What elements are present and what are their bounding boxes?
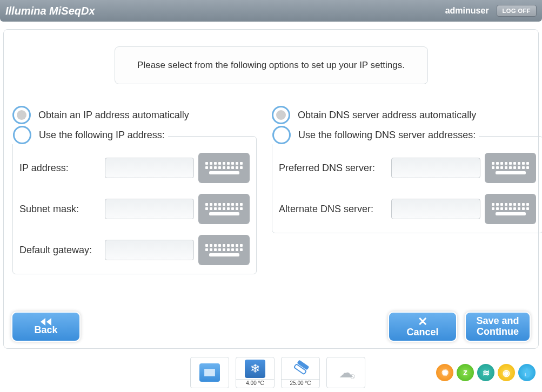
ip-column: Obtain an IP address automatically Use t…	[12, 106, 257, 274]
alternate-dns-input[interactable]	[391, 199, 480, 219]
current-user: adminuser	[445, 6, 489, 16]
keyboard-button-ip[interactable]	[198, 153, 250, 183]
ip-auto-radio[interactable]	[12, 106, 31, 124]
keyboard-icon	[205, 244, 243, 256]
app-title: Illumina MiSeqDx	[5, 5, 445, 17]
back-button-label: Back	[34, 325, 57, 336]
dns-manual-fieldset: Use the following DNS server addresses: …	[272, 136, 542, 233]
status-tile-cloud[interactable]: ☁⦸	[326, 357, 365, 388]
default-gateway-input[interactable]	[105, 240, 194, 260]
dns-auto-label: Obtain DNS server address automatically	[298, 110, 476, 121]
status-tile-chiller[interactable]: ❄ 4.00 °C	[236, 357, 275, 388]
ip-address-label: IP address:	[19, 163, 101, 174]
dns-auto-radio[interactable]	[272, 106, 290, 124]
status-tile-flowcell[interactable]: 25.00 °C	[281, 357, 320, 388]
keyboard-button-gateway[interactable]	[198, 235, 250, 265]
save-continue-button[interactable]: Save and Continue	[465, 312, 531, 342]
snowflake-icon: ❄	[250, 362, 260, 376]
logoff-button[interactable]: LOG OFF	[497, 5, 537, 17]
subnet-mask-input[interactable]	[105, 199, 194, 219]
keyboard-icon	[205, 203, 243, 215]
dns-column: Obtain DNS server address automatically …	[272, 106, 542, 274]
ip-auto-label: Obtain an IP address automatically	[38, 110, 189, 121]
ip-manual-label: Use the following IP address:	[39, 130, 165, 141]
preferred-dns-label: Preferred DNS server:	[279, 163, 387, 174]
status-droplet-icon[interactable]: 💧	[518, 364, 536, 381]
dns-manual-radio[interactable]	[272, 126, 291, 144]
footer-actions: Back ✕ Cancel Save and Continue	[11, 312, 531, 342]
chiller-temp: 4.00 °C	[236, 379, 274, 386]
keyboard-button-preferred-dns[interactable]	[485, 153, 536, 183]
cancel-button[interactable]: ✕ Cancel	[388, 312, 457, 342]
display-icon	[204, 369, 215, 376]
keyboard-icon	[205, 162, 243, 174]
dns-auto-row: Obtain DNS server address automatically	[272, 106, 542, 124]
close-icon: ✕	[418, 316, 427, 328]
keyboard-button-mask[interactable]	[198, 194, 250, 224]
dns-manual-label: Use the following DNS server addresses:	[298, 130, 476, 141]
main-panel: Please select from the following options…	[3, 29, 539, 349]
ip-auto-row: Obtain an IP address automatically	[12, 106, 257, 124]
keyboard-button-alternate-dns[interactable]	[485, 194, 536, 224]
cancel-button-label: Cancel	[406, 327, 438, 338]
default-gateway-label: Default gateway:	[19, 245, 101, 256]
flowcell-temp: 25.00 °C	[282, 379, 319, 386]
keyboard-icon	[492, 162, 529, 174]
back-button[interactable]: Back	[11, 312, 81, 342]
alternate-dns-label: Alternate DNS server:	[279, 204, 387, 215]
save-continue-label: Save and Continue	[466, 316, 530, 337]
status-icons: ✺ z ≋ ◉ 💧	[436, 364, 536, 381]
status-tile-display[interactable]	[190, 357, 229, 388]
ip-address-input[interactable]	[105, 158, 194, 178]
status-bar: ❄ 4.00 °C 25.00 °C ☁⦸ ✺ z ≋ ◉ 💧	[0, 355, 542, 390]
keyboard-icon	[492, 203, 529, 215]
instruction-text: Please select from the following options…	[115, 46, 428, 84]
ip-manual-radio[interactable]	[13, 126, 31, 144]
ip-manual-fieldset: Use the following IP address: IP address…	[12, 136, 257, 274]
subnet-mask-label: Subnet mask:	[19, 204, 101, 215]
preferred-dns-input[interactable]	[391, 158, 480, 178]
disabled-icon: ⦸	[350, 371, 355, 381]
status-gear-icon[interactable]: ✺	[436, 364, 453, 381]
status-wave-icon[interactable]: ≋	[477, 364, 494, 381]
status-sleep-icon[interactable]: z	[457, 364, 474, 381]
app-header: Illumina MiSeqDx adminuser LOG OFF	[0, 0, 542, 22]
status-camera-icon[interactable]: ◉	[498, 364, 515, 381]
flowcell-icon	[290, 360, 311, 378]
